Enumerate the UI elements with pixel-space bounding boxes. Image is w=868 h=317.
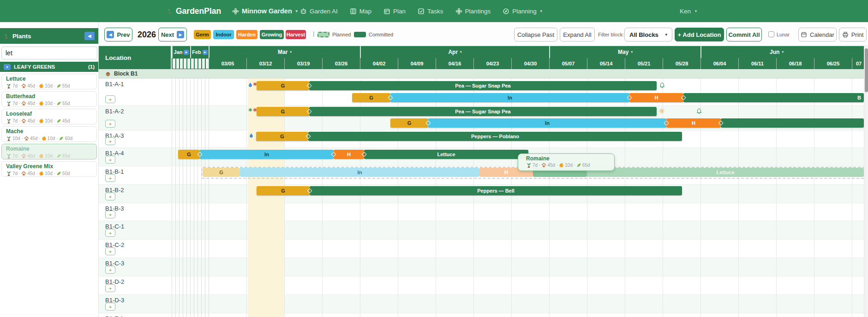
month-label: May <box>618 49 629 55</box>
bell-icon <box>660 82 664 88</box>
garden-name: Minnow Garden <box>242 7 292 15</box>
bar-germ-ghost-g[interactable]: G <box>203 168 240 177</box>
add-planting-button[interactable]: + <box>105 229 115 237</box>
collapsed-gridline <box>209 78 209 317</box>
nav-item-plan[interactable]: Plan <box>383 8 406 15</box>
plant-name: Lettuce <box>6 76 92 82</box>
bar-germ-g[interactable]: G <box>256 132 308 141</box>
committed-swatch <box>354 32 366 37</box>
toolbar: ◀ Prev 2026 Next ▶ GermIndoorHardenGrowi… <box>99 22 868 46</box>
sun-icon <box>659 108 664 114</box>
add-planting-button[interactable]: + <box>105 193 115 200</box>
collapse-past-button[interactable]: Collapse Past <box>514 28 557 41</box>
collapsed-week-tick <box>195 59 198 69</box>
week-header-04-23: 04/23 <box>473 58 511 69</box>
add-location-button[interactable]: + Add Location <box>675 28 724 41</box>
plant-card-lettuce[interactable]: Lettuce 7d · 45d · 10d · 55d <box>1 74 97 89</box>
scrollbar-thumb[interactable] <box>865 48 868 92</box>
nav-item-plantings[interactable]: Plantings <box>455 8 491 15</box>
bar-indoor-in[interactable]: In <box>390 93 629 102</box>
robot-icon <box>300 8 307 15</box>
section-leafy-greens[interactable]: ▼ LEAFY GREENS (1) <box>0 62 98 72</box>
plant-card-looseleaf[interactable]: Looseleaf 7d · 45d · 10d · 45d <box>1 109 97 124</box>
add-planting-button[interactable]: + <box>105 247 115 255</box>
week-header-06-04: 06/04 <box>700 58 738 69</box>
add-planting-button[interactable]: + <box>105 266 115 274</box>
bar-germ-g[interactable]: G <box>178 150 200 159</box>
add-planting-button[interactable]: + <box>105 284 115 292</box>
nav-item-garden-ai[interactable]: Garden AI <box>300 8 338 15</box>
calendar-view-button[interactable]: Calendar <box>798 28 837 41</box>
planned-swatch <box>317 32 329 37</box>
month-header-mar[interactable]: Mar▾ <box>209 46 360 58</box>
bar-grow-peppers-poblano[interactable]: Peppers — Poblano <box>308 132 682 141</box>
add-planting-button[interactable]: + <box>105 174 115 182</box>
month-header-apr[interactable]: Apr▾ <box>360 46 549 58</box>
indoor-house-icon <box>21 171 26 176</box>
bar-germ-g[interactable]: G <box>257 107 309 116</box>
user-menu[interactable]: Ken ▼ <box>680 0 698 22</box>
add-planting-button[interactable]: + <box>105 303 115 311</box>
block-b1-row[interactable]: Block B1 <box>99 69 864 78</box>
plant-card-butterhead[interactable]: Butterhead 7d · 45d · 10d · 55d <box>1 91 97 107</box>
prev-year-button[interactable]: ◀ Prev <box>104 28 132 41</box>
bar-harden-h[interactable]: H <box>629 93 683 102</box>
bar-germ-g[interactable]: G <box>257 186 310 195</box>
collapsed-gridline <box>194 78 194 317</box>
plant-card-valley-greene-mix[interactable]: Valley Greene Mix 7d · 45d · 10d · 50d <box>1 161 97 177</box>
expand-all-button[interactable]: Expand All <box>560 28 595 41</box>
bar-grow[interactable] <box>721 118 864 128</box>
bar-grow-ghost-lettuce[interactable]: Lettuce <box>587 168 864 177</box>
nav-item-planning[interactable]: Planning▼ <box>503 8 543 15</box>
bar-indoor-ghost-in[interactable]: In <box>240 168 479 177</box>
add-planting-button[interactable]: + <box>105 95 115 103</box>
expand-month-button[interactable]: ▶ <box>184 50 189 55</box>
nav-item-tasks[interactable]: Tasks <box>418 8 443 15</box>
bar-grow-peppers-bell[interactable]: Peppers — Bell <box>310 186 682 195</box>
bar-germ-g[interactable]: G <box>257 81 309 90</box>
collapse-sidebar-button[interactable]: ◀ <box>84 32 95 40</box>
add-planting-button[interactable]: + <box>105 211 115 218</box>
month-header-jun[interactable]: Jun▾ <box>700 46 852 58</box>
month-header-may[interactable]: May▾ <box>549 46 700 58</box>
month-header-jan[interactable]: Jan▶ <box>172 46 190 58</box>
collapsed-gridline <box>201 78 202 317</box>
plant-search-input[interactable] <box>1 47 97 59</box>
add-planting-button[interactable]: + <box>105 156 115 164</box>
bar-indoor-in[interactable]: In <box>200 150 334 159</box>
plant-card-romaine[interactable]: Romaine 7d · 45d · 10d · 65d <box>1 144 97 159</box>
plant-name: Valley Greene Mix <box>6 163 92 170</box>
bar-grow-lettuce[interactable]: Lettuce <box>364 150 528 159</box>
next-year-button[interactable]: Next ▶ <box>158 28 187 41</box>
bar-grow-b[interactable]: B <box>683 93 864 102</box>
plant-durations: 7d · 45d · 10d · 65d <box>6 153 92 159</box>
collapsed-week-tick <box>198 59 201 69</box>
plant-card-mache[interactable]: Mache 10d · 45d · 10d · 60d <box>1 126 97 142</box>
garden-selector[interactable]: Minnow Garden ▼ <box>232 0 299 22</box>
sprout-icon <box>6 100 12 106</box>
bar-germ-g[interactable]: G <box>352 93 390 102</box>
bar-harden-h[interactable]: H <box>666 118 721 128</box>
bar-grow-pea-sugar-snap-pea[interactable]: Pea — Sugar Snap Pea <box>309 107 657 116</box>
bar-grow-pea-sugar-snap-pea[interactable]: Pea — Sugar Snap Pea <box>309 81 657 90</box>
commit-all-button[interactable]: Commit All <box>726 28 762 41</box>
indoor-house-icon <box>541 163 546 168</box>
vertical-scrollbar[interactable] <box>864 46 868 317</box>
add-planting-button[interactable]: + <box>105 120 115 128</box>
bar-germ-g[interactable]: G <box>390 118 428 128</box>
bar-harden-h[interactable]: H <box>334 150 364 159</box>
print-button[interactable]: Print <box>839 28 867 41</box>
lunar-checkbox[interactable] <box>768 31 774 37</box>
harden-orange-icon <box>39 118 44 123</box>
week-gridline <box>776 69 777 317</box>
filter-block-select[interactable]: All Blocks ▾ <box>624 28 672 41</box>
arrow-right-icon: ▶ <box>177 31 184 38</box>
plant-durations: 7d · 45d · 10d · 50d <box>6 170 92 176</box>
add-planting-button[interactable]: + <box>105 137 115 145</box>
month-label: Jan <box>174 49 183 55</box>
section-toggle-button[interactable]: ▼ <box>4 64 11 70</box>
bar-indoor-in[interactable]: In <box>428 118 666 128</box>
expand-month-button[interactable]: ▶ <box>203 50 208 55</box>
nav-item-map[interactable]: Map <box>350 8 371 15</box>
month-header-feb[interactable]: Feb▶ <box>190 46 209 58</box>
